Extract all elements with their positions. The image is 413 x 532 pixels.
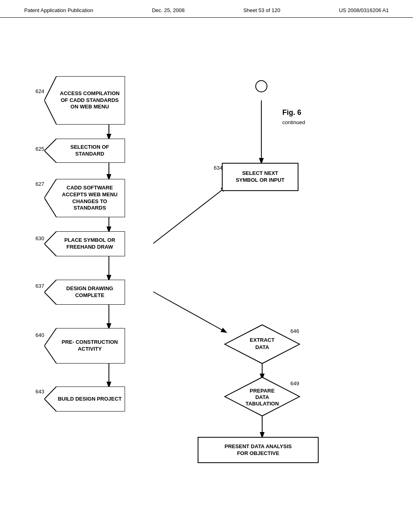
node-640-shape: PRE- CONSTRUCTION ACTIVITY [44,328,125,364]
svg-text:DATA: DATA [255,344,269,350]
node-624-text: ACCESS COMPILATION OF CADD STANDARDS ON … [56,78,123,123]
node-652-text: PRESENT DATA ANALYSIS FOR OBJECTIVE [225,443,292,457]
svg-text:DATA: DATA [255,394,269,400]
node-630-text: PLACE SYMBOL OR FREEHAND DRAW [56,233,123,254]
header-date: Dec. 25, 2008 [152,7,185,13]
label-640: 640 [35,332,44,338]
svg-text:EXTRACT: EXTRACT [250,337,274,343]
node-643-shape: BUILD DESIGN PROJECT [44,387,125,411]
fig-sub: continued [282,119,305,125]
node-646-shape: EXTRACT DATA [224,324,300,364]
header-publication: Patent Application Publication [24,7,93,13]
header-patent: US 2008/0316206 A1 [339,7,389,13]
label-643: 643 [35,389,44,395]
node-627-text: CADD SOFTWARE ACCEPTS WEB MENU CHANGES T… [56,181,123,215]
node-624-shape: ACCESS COMPILATION OF CADD STANDARDS ON … [44,76,125,125]
label-634: 634 [214,165,223,171]
node-637-text: DESIGN DRAWING COMPLETE [56,282,123,303]
svg-text:TABULATION: TABULATION [246,401,279,407]
label-624: 624 [35,88,44,94]
page-header: Patent Application Publication Dec. 25, … [0,0,413,18]
node-634-text: SELECT NEXT SYMBOL OR INPUT [236,170,284,184]
label-625: 625 [35,146,44,152]
label-627: 627 [35,181,44,187]
svg-text:PREPARE: PREPARE [250,388,275,394]
node-643-text: BUILD DESIGN PROJECT [56,389,123,409]
fig-label: Fig. 6 [282,108,301,117]
circle-connector-top [255,80,267,92]
node-630-shape: PLACE SYMBOL OR FREEHAND DRAW [44,231,125,256]
svg-line-6 [153,292,226,332]
header-sheet: Sheet 53 of 120 [243,7,280,13]
node-634: SELECT NEXT SYMBOL OR INPUT [222,163,298,191]
node-625-shape: SELECTION OF STANDARD [44,139,125,163]
node-637-shape: DESIGN DRAWING COMPLETE [44,280,125,305]
label-630: 630 [35,235,44,241]
node-640-text: PRE- CONSTRUCTION ACTIVITY [56,330,123,362]
diagram-area: Fig. 6 continued 624 ACCESS COMPILATION … [0,18,413,513]
node-625-text: SELECTION OF STANDARD [56,141,123,161]
svg-line-10 [153,187,226,243]
label-637: 637 [35,283,44,289]
node-649-shape: PREPARE DATA TABULATION [224,376,300,417]
node-627-shape: CADD SOFTWARE ACCEPTS WEB MENU CHANGES T… [44,179,125,217]
node-652: PRESENT DATA ANALYSIS FOR OBJECTIVE [198,437,319,463]
